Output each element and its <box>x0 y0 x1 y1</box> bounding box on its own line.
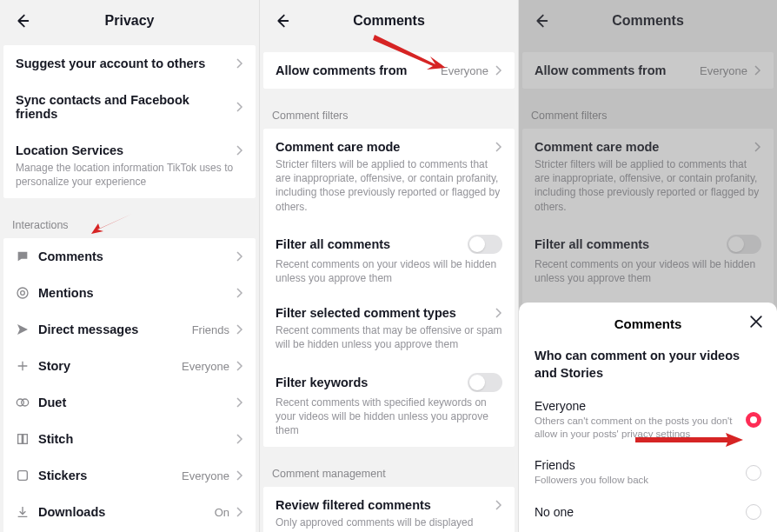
duet-icon <box>16 396 38 409</box>
filter-all-toggle[interactable] <box>727 235 761 254</box>
sheet-title: Comments <box>614 316 682 331</box>
interactions-header: Interactions <box>0 207 259 238</box>
header: Comments <box>260 0 518 42</box>
svg-point-1 <box>21 291 25 296</box>
stitch-row[interactable]: Stitch <box>3 421 256 457</box>
back-button[interactable] <box>12 11 31 30</box>
plus-icon <box>16 359 38 373</box>
dm-row[interactable]: Direct messages Friends <box>3 311 256 348</box>
duet-row[interactable]: Duet <box>3 384 256 421</box>
location-row[interactable]: Location Services Manage the location in… <box>3 132 256 198</box>
allow-comments-row[interactable]: Allow comments from Everyone <box>522 52 774 89</box>
chevron-right-icon <box>753 64 761 76</box>
mgmt-header: Comment management <box>260 456 518 487</box>
page-title: Comments <box>519 13 777 29</box>
chevron-right-icon <box>235 250 243 263</box>
speech-icon <box>16 249 38 263</box>
care-mode-row[interactable]: Comment care mode Stricter filters will … <box>522 129 774 223</box>
close-icon <box>747 313 765 330</box>
page-title: Privacy <box>0 13 259 29</box>
stickers-row[interactable]: Stickers Everyone <box>3 457 256 494</box>
privacy-panel: Privacy Suggest your account to others S… <box>0 0 259 532</box>
back-button[interactable] <box>531 11 550 30</box>
sticker-icon <box>16 469 38 482</box>
sheet-header: Comments <box>519 303 777 344</box>
filter-keywords-row[interactable]: Filter keywords Recent comments with spe… <box>263 362 515 448</box>
arrow-left-icon <box>531 11 550 30</box>
chevron-right-icon <box>753 141 761 153</box>
comments-row[interactable]: Comments <box>3 238 256 275</box>
arrow-left-icon <box>272 11 291 30</box>
chevron-right-icon <box>494 499 502 511</box>
header: Comments <box>519 0 777 42</box>
chevron-right-icon <box>235 101 243 113</box>
care-mode-row[interactable]: Comment care mode Stricter filters will … <box>263 129 515 223</box>
radio-everyone[interactable] <box>746 412 761 428</box>
back-button[interactable] <box>272 11 291 30</box>
chevron-right-icon <box>235 323 243 336</box>
chevron-right-icon <box>235 469 243 482</box>
header: Privacy <box>0 0 259 42</box>
chevron-right-icon <box>494 64 502 76</box>
send-icon <box>16 323 38 336</box>
chevron-right-icon <box>235 57 243 70</box>
interactions-list: Comments Mentions Direct messages Friend… <box>3 238 256 532</box>
svg-rect-5 <box>23 435 28 444</box>
option-noone[interactable]: No one <box>519 495 777 529</box>
at-icon <box>16 286 38 300</box>
option-friends[interactable]: Friends Followers you follow back <box>519 449 777 495</box>
sheet-question: Who can comment on your videos and Stori… <box>519 344 777 390</box>
filter-selected-row[interactable]: Filter selected comment types Recent com… <box>263 295 515 361</box>
chevron-right-icon <box>235 396 243 409</box>
filter-all-toggle[interactable] <box>468 235 502 254</box>
story-row[interactable]: Story Everyone <box>3 348 256 384</box>
page-title: Comments <box>260 13 518 29</box>
suggest-row[interactable]: Suggest your account to others <box>3 45 256 82</box>
mentions-row[interactable]: Mentions <box>3 275 256 311</box>
radio-noone[interactable] <box>746 504 761 520</box>
chevron-right-icon <box>235 360 243 372</box>
chevron-right-icon <box>235 506 243 518</box>
stitch-icon <box>16 432 38 446</box>
download-icon <box>16 505 38 519</box>
close-button[interactable] <box>747 313 765 330</box>
comments-panel-sheet: Comments Allow comments from Everyone Co… <box>518 0 777 532</box>
bottom-sheet: Comments Who can comment on your videos … <box>519 303 777 532</box>
chevron-right-icon <box>494 307 502 319</box>
allow-comments-row[interactable]: Allow comments from Everyone <box>263 52 515 89</box>
sync-row[interactable]: Sync contacts and Facebook friends <box>3 82 256 132</box>
chevron-right-icon <box>235 144 243 156</box>
filters-header: Comment filters <box>519 97 777 129</box>
downloads-row[interactable]: Downloads On <box>3 494 256 530</box>
comments-panel: Comments Allow comments from Everyone Co… <box>259 0 518 532</box>
review-row[interactable]: Review filtered comments Only approved c… <box>263 487 515 532</box>
chevron-right-icon <box>235 433 243 445</box>
filter-all-row[interactable]: Filter all comments Recent comments on y… <box>263 223 515 295</box>
filter-kw-toggle[interactable] <box>468 373 502 392</box>
option-everyone[interactable]: Everyone Others can't comment on the pos… <box>519 390 777 449</box>
filters-header: Comment filters <box>260 97 518 129</box>
chevron-right-icon <box>494 141 502 153</box>
svg-point-3 <box>22 399 29 406</box>
filter-all-row[interactable]: Filter all comments Recent comments on y… <box>522 223 774 295</box>
arrow-left-icon <box>12 11 31 30</box>
svg-rect-6 <box>18 471 28 481</box>
radio-friends[interactable] <box>746 465 761 481</box>
svg-rect-4 <box>18 435 23 444</box>
chevron-right-icon <box>235 287 243 299</box>
svg-point-0 <box>17 288 28 298</box>
